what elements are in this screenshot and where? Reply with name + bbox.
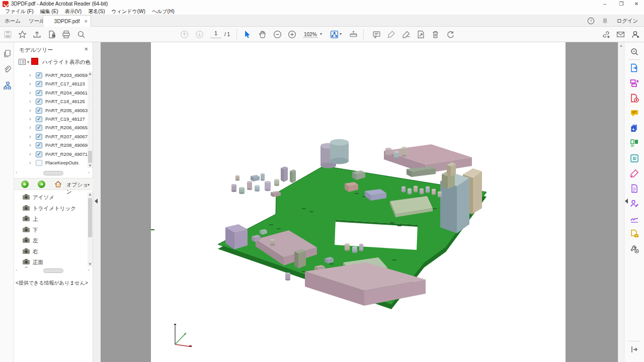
home-view-icon[interactable]: [54, 180, 62, 188]
tree-item[interactable]: ›PART_R207_49067: [14, 133, 87, 141]
login-button[interactable]: ログイン: [616, 15, 639, 27]
checkbox[interactable]: [36, 134, 42, 140]
3d-model-tool-icon[interactable]: [330, 30, 339, 39]
measure-tool-icon[interactable]: [349, 30, 358, 39]
previous-view-button[interactable]: [21, 180, 29, 188]
combine-files-icon[interactable]: [630, 124, 639, 133]
print-icon[interactable]: [62, 30, 70, 39]
highlight-color-caret[interactable]: ▾: [86, 60, 88, 64]
zoom-out-icon[interactable]: [273, 30, 282, 39]
tree-item[interactable]: ›PART_R208_49069: [14, 141, 87, 150]
view-item[interactable]: 右: [14, 246, 87, 257]
tree-options-caret[interactable]: ▾: [27, 60, 29, 64]
view-item[interactable]: アイソメ: [14, 192, 87, 203]
highlight-color-swatch[interactable]: [31, 58, 38, 65]
checkbox[interactable]: [36, 99, 42, 105]
next-page-icon[interactable]: [195, 30, 204, 39]
fill-sign-icon[interactable]: [630, 169, 639, 178]
select-tool-icon[interactable]: [243, 30, 252, 39]
tree-item[interactable]: ›PlaceKeepOuts: [14, 159, 87, 167]
organize-pages-icon[interactable]: [630, 139, 639, 148]
stamp-tool-icon[interactable]: [417, 30, 425, 39]
menu-sign[interactable]: 署名(S): [88, 8, 105, 15]
bell-icon[interactable]: [601, 17, 609, 25]
save-icon[interactable]: [4, 30, 12, 39]
expand-tools-arrow[interactable]: [625, 199, 628, 204]
share-upload-icon[interactable]: [33, 30, 41, 39]
tree-item[interactable]: ›PART_R209_49071: [14, 150, 87, 159]
tree-item[interactable]: ›PART_R205_49063: [14, 107, 87, 115]
page-thumbnails-icon[interactable]: [3, 49, 12, 58]
email-icon[interactable]: [616, 30, 625, 39]
tree-item[interactable]: ›PART_C17_48123: [14, 80, 87, 88]
page-number-input[interactable]: 1: [210, 31, 221, 38]
checkbox[interactable]: [36, 108, 42, 114]
zoom-level-value[interactable]: 102%: [303, 32, 318, 38]
expand-pane-icon[interactable]: [630, 345, 639, 354]
tree-item[interactable]: ›PART_R206_49065: [14, 124, 87, 132]
tree-item[interactable]: ›PART_C19_48127: [14, 115, 87, 124]
minimize-button[interactable]: –: [599, 0, 611, 8]
protect-document-icon[interactable]: [48, 30, 56, 39]
comment-tool-icon[interactable]: [372, 30, 381, 39]
view-item[interactable]: 左: [14, 235, 87, 246]
checkbox[interactable]: [36, 72, 42, 78]
checkbox[interactable]: [36, 142, 42, 148]
tree-item[interactable]: ›PART_R204_49061: [14, 89, 87, 98]
zoom-in-icon[interactable]: [288, 30, 296, 39]
hand-tool-icon[interactable]: [258, 30, 267, 39]
tree-scrollbar-vertical[interactable]: ▲ ▼: [88, 71, 93, 168]
menu-help[interactable]: ヘルプ(H): [152, 8, 175, 15]
views-scrollbar-vertical[interactable]: ▲ ▼: [88, 192, 93, 266]
collapse-panel-arrow[interactable]: [95, 199, 98, 204]
menu-edit[interactable]: 編集 (E): [40, 8, 58, 15]
request-signatures-icon[interactable]: [630, 199, 639, 208]
checkbox[interactable]: [36, 151, 42, 157]
edit-pdf-icon[interactable]: [630, 78, 639, 87]
compress-pdf-icon[interactable]: [630, 154, 639, 163]
certificates-icon[interactable]: [630, 214, 639, 223]
comment-icon[interactable]: [630, 109, 639, 118]
highlight-tool-icon[interactable]: [387, 30, 395, 39]
invite-person-icon[interactable]: [631, 30, 640, 39]
checkbox[interactable]: [36, 81, 42, 87]
panel-close-icon[interactable]: ×: [84, 45, 88, 53]
document-scrollbar[interactable]: ▲: [618, 42, 624, 362]
zoom-dropdown-caret[interactable]: ▾: [320, 32, 322, 36]
export-pdf-icon[interactable]: [630, 63, 639, 72]
checkbox[interactable]: [36, 90, 42, 96]
checkbox[interactable]: [36, 125, 42, 131]
tab-document[interactable]: 3DPDF.pdf ×: [43, 15, 91, 27]
rotate-tool-icon[interactable]: [446, 30, 455, 39]
next-view-button[interactable]: [38, 180, 45, 188]
search-icon[interactable]: [77, 30, 86, 39]
share-link-icon[interactable]: [602, 30, 610, 39]
star-favorite-icon[interactable]: [18, 30, 27, 39]
stamp-page-icon[interactable]: [630, 229, 639, 238]
previous-page-icon[interactable]: [180, 30, 189, 39]
tree-item[interactable]: ›PART_R203_49059: [14, 71, 87, 80]
view-item[interactable]: 下: [14, 225, 87, 235]
views-options-caret[interactable]: ▾: [88, 183, 90, 187]
menu-window[interactable]: ウィンドウ(W): [112, 8, 145, 15]
rail-search-icon[interactable]: [630, 47, 639, 56]
model-tree-panel-icon[interactable]: [3, 81, 12, 90]
create-pdf-icon[interactable]: [630, 94, 639, 103]
checkbox[interactable]: [36, 160, 42, 166]
attachments-paperclip-icon[interactable]: [3, 65, 12, 74]
menu-view[interactable]: 表示(V): [65, 8, 82, 15]
fill-sign-tool-icon[interactable]: [402, 30, 411, 39]
3d-model-canvas[interactable]: [151, 42, 566, 362]
delete-tool-icon[interactable]: [431, 30, 440, 39]
help-icon[interactable]: ?: [587, 17, 595, 25]
close-button[interactable]: ✕: [630, 0, 642, 8]
view-item[interactable]: 上: [14, 214, 87, 224]
export-page-icon[interactable]: [630, 184, 639, 193]
tab-close-icon[interactable]: ×: [85, 16, 88, 27]
menu-file[interactable]: ファイル (F): [5, 8, 33, 15]
3d-dropdown-caret[interactable]: ▾: [340, 32, 342, 36]
tree-item[interactable]: ›PART_C18_48125: [14, 98, 87, 106]
more-tools-icon[interactable]: [630, 244, 639, 253]
view-item[interactable]: トライメトリック: [14, 203, 87, 214]
checkbox[interactable]: [36, 116, 42, 122]
